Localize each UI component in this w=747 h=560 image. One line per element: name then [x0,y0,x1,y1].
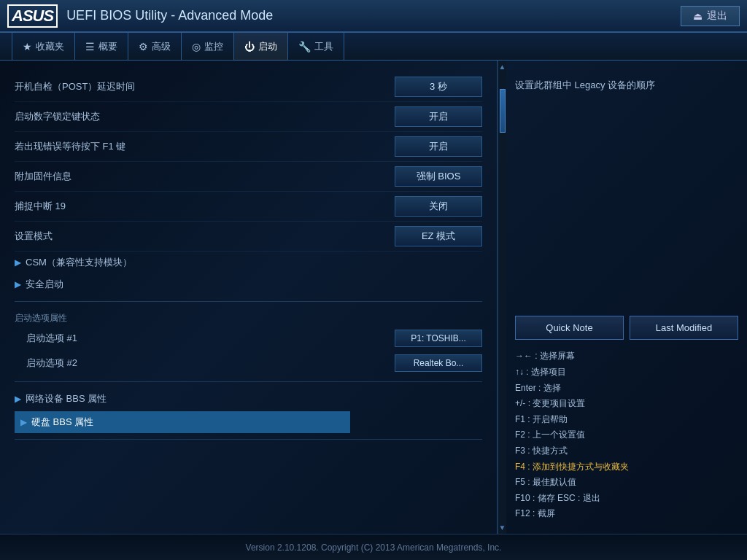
footer-text: Version 2.10.1208. Copyright (C) 2013 Am… [246,542,502,553]
hdd-bbs-expandable[interactable]: ▶ 硬盘 BBS 属性 [15,411,350,433]
secure-boot-expandable[interactable]: ▶ 安全启动 [15,273,482,295]
nav-advanced[interactable]: ⚙ 高级 [128,33,182,61]
nav-overview-label: 概要 [98,40,117,53]
secure-boot-label: 安全启动 [26,278,63,291]
boot-section-label: 启动选项属性 [15,308,482,326]
settings-row-post: 开机自检（POST）延迟时间 3 秒 [15,72,482,102]
shortcut-f4: F4 : 添加到快捷方式与收藏夹 [515,459,738,475]
last-modified-button[interactable]: Last Modified [630,316,738,340]
csm-label: CSM（兼容性支持模块） [26,256,132,269]
csm-expandable[interactable]: ▶ CSM（兼容性支持模块） [15,252,482,273]
nav-boot[interactable]: ⏻ 启动 [234,33,288,61]
shortcut-plusminus: +/- : 变更项目设置 [515,396,738,412]
post-delay-label: 开机自检（POST）延迟时间 [15,80,135,93]
shortcut-enter: Enter : 选择 [515,381,738,397]
boot-option-2-row: 启动选项 #2 Realtek Bo... [15,351,482,376]
boot-option-2-label: 启动选项 #2 [15,357,77,370]
boot-option-1-row: 启动选项 #1 P1: TOSHIB... [15,326,482,351]
shortcut-f5: F5 : 最佳默认值 [515,475,738,491]
nav-monitor-label: 监控 [204,40,223,53]
numlock-value[interactable]: 开启 [395,106,482,127]
boot-option-1-value[interactable]: P1: TOSHIB... [395,330,482,347]
tools-icon: 🔧 [298,41,311,52]
overview-icon: ☰ [85,41,95,52]
csm-arrow-icon: ▶ [15,257,21,268]
nav-tools-label: 工具 [314,40,333,53]
shortcut-f3: F3 : 快捷方式 [515,443,738,459]
settings-row-interrupt: 捕捉中断 19 关闭 [15,192,482,222]
exit-button[interactable]: ⏏ 退出 [681,6,740,26]
header-left: ASUS UEFI BIOS Utility - Advanced Mode [7,4,273,28]
shortcut-list: →← : 选择屏幕 ↑↓ : 选择项目 Enter : 选择 +/- : 变更项… [515,349,738,522]
scroll-down-arrow[interactable]: ▼ [498,521,506,534]
nav-overview[interactable]: ☰ 概要 [75,33,128,61]
main-content: 开机自检（POST）延迟时间 3 秒 启动数字锁定键状态 开启 若出现错误等待按… [0,61,747,534]
nav-advanced-label: 高级 [152,40,171,53]
mode-label: 设置模式 [15,230,53,243]
section-divider-3 [15,439,482,440]
exit-label: 退出 [707,9,727,23]
description-text: 设置此群组中 Legacy 设备的顺序 [515,72,738,99]
monitor-icon: ◎ [192,41,201,52]
footer: Version 2.10.1208. Copyright (C) 2013 Am… [0,534,747,560]
firmware-label: 附加固件信息 [15,170,71,183]
shortcut-item-select: ↑↓ : 选择项目 [515,365,738,381]
shortcut-f2: F2 : 上一个设置值 [515,427,738,443]
quick-note-button[interactable]: Quick Note [515,316,624,340]
section-divider-1 [15,301,482,302]
shortcut-f10: F10 : 储存 ESC : 退出 [515,491,738,507]
action-buttons-row: Quick Note Last Modified [515,316,738,340]
scroll-up-arrow[interactable]: ▲ [498,61,506,73]
scrollbar[interactable]: ▲ ▼ [498,61,506,534]
shortcut-f1: F1 : 开启帮助 [515,412,738,428]
f1wait-label: 若出现错误等待按下 F1 键 [15,140,125,153]
numlock-label: 启动数字锁定键状态 [15,110,100,123]
asus-logo: ASUS [7,4,58,28]
post-delay-value[interactable]: 3 秒 [395,77,482,97]
shortcut-f12: F12 : 截屏 [515,506,738,522]
network-bbs-expandable[interactable]: ▶ 网络设备 BBS 属性 [15,388,482,410]
exit-icon: ⏏ [693,10,703,22]
left-panel: 开机自检（POST）延迟时间 3 秒 启动数字锁定键状态 开启 若出现错误等待按… [0,61,498,534]
secure-boot-arrow-icon: ▶ [15,279,21,289]
section-divider-2 [15,381,482,382]
scroll-thumb[interactable] [500,89,506,133]
network-bbs-label: 网络设备 BBS 属性 [26,392,107,405]
nav-favorites[interactable]: ★ 收藏夹 [12,33,75,61]
mode-value[interactable]: EZ 模式 [395,226,482,246]
f1wait-value[interactable]: 开启 [395,136,482,157]
scroll-track [500,74,506,520]
nav-favorites-label: 收藏夹 [36,40,64,53]
nav-boot-label: 启动 [258,40,277,53]
network-bbs-arrow-icon: ▶ [15,394,21,404]
scroll-area: 开机自检（POST）延迟时间 3 秒 启动数字锁定键状态 开启 若出现错误等待按… [0,61,506,534]
favorites-icon: ★ [23,41,32,52]
hdd-bbs-label: 硬盘 BBS 属性 [31,416,93,429]
settings-row-firmware: 附加固件信息 强制 BIOS [15,162,482,192]
header: ASUS UEFI BIOS Utility - Advanced Mode ⏏… [0,0,747,33]
right-panel: 设置此群组中 Legacy 设备的顺序 Quick Note Last Modi… [506,61,747,534]
interrupt-value[interactable]: 关闭 [395,196,482,217]
advanced-icon: ⚙ [139,41,148,52]
settings-row-mode: 设置模式 EZ 模式 [15,222,482,252]
header-title: UEFI BIOS Utility - Advanced Mode [66,8,273,23]
settings-row-f1wait: 若出现错误等待按下 F1 键 开启 [15,132,482,162]
boot-option-1-label: 启动选项 #1 [15,332,77,345]
nav-monitor[interactable]: ◎ 监控 [182,33,234,61]
firmware-value[interactable]: 强制 BIOS [395,166,482,187]
boot-option-2-value[interactable]: Realtek Bo... [395,354,482,372]
boot-icon: ⏻ [244,41,255,52]
nav-tools[interactable]: 🔧 工具 [288,33,344,61]
interrupt-label: 捕捉中断 19 [15,200,66,213]
hdd-bbs-arrow-icon: ▶ [20,417,27,427]
navbar: ★ 收藏夹 ☰ 概要 ⚙ 高级 ◎ 监控 ⏻ 启动 🔧 工具 [0,33,747,61]
settings-row-numlock: 启动数字锁定键状态 开启 [15,102,482,132]
shortcut-screen: →← : 选择屏幕 [515,349,738,365]
